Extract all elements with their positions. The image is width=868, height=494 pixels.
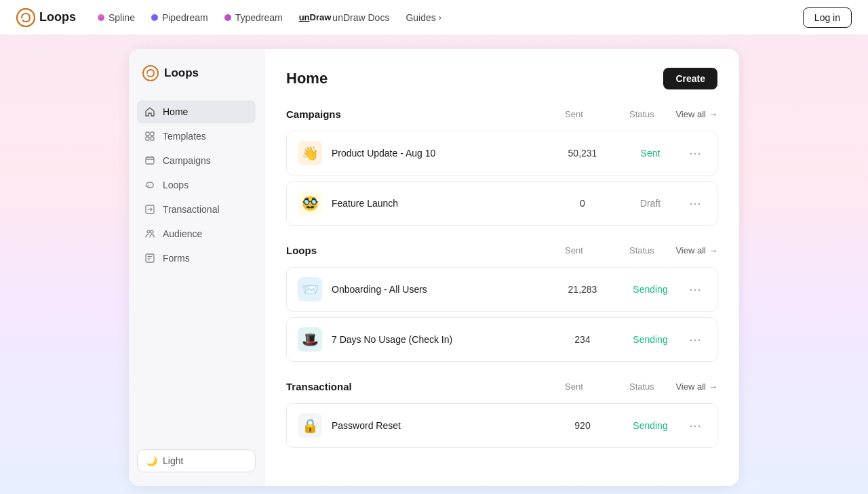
arrow-right-icon: → [709,382,717,392]
svg-rect-6 [146,157,154,164]
campaigns-col-status: Status [608,109,675,119]
topnav-spline[interactable]: Spline [98,12,135,23]
table-row: 🎩 7 Days No Usage (Check In) 234 Sending… [286,317,717,362]
sidebar-bottom: 🌙 Light [137,441,256,472]
topnav-links: Spline Pipedream Typedream unDraw unDraw… [98,12,803,23]
row-menu-button[interactable]: ⋯ [684,146,706,161]
campaigns-icon [144,155,156,167]
row-status: Draft [616,198,684,209]
forms-icon [144,252,156,264]
transactional-section-title: Transactional [286,381,352,392]
campaigns-col-sent: Sent [540,109,608,119]
sidebar-item-campaigns[interactable]: Campaigns [137,149,256,172]
sidebar-item-audience[interactable]: Audience [137,222,256,245]
loops-view-all[interactable]: View all → [675,245,717,255]
topnav-typedream[interactable]: Typedream [224,12,283,23]
transactional-view-all[interactable]: View all → [675,382,717,392]
loops-col-sent: Sent [540,245,608,255]
row-status: Sending [616,420,684,431]
transactional-col-status: Status [608,382,675,392]
svg-point-9 [151,230,153,233]
main-wrapper: Loops Home [0,0,868,494]
row-menu-button[interactable]: ⋯ [684,196,706,211]
table-row: 🔒 Password Reset 920 Sending ⋯ [286,403,717,448]
campaigns-section-title: Campaigns [286,108,341,120]
row-emoji-icon: 👋 [298,141,322,165]
row-emoji-icon: 🎩 [298,327,322,352]
row-emoji-icon: 🥸 [298,191,322,215]
row-status: Sending [616,334,684,345]
row-menu-button[interactable]: ⋯ [684,332,706,347]
sidebar-logo: Loops [137,62,256,84]
light-mode-button[interactable]: 🌙 Light [137,449,256,472]
chevron-right-icon: › [439,13,441,22]
sidebar-item-home[interactable]: Home [137,100,256,123]
arrow-right-icon: → [709,109,717,119]
campaigns-section: Campaigns Sent Status View all → 👋 Produ… [286,108,717,226]
campaigns-view-all[interactable]: View all → [675,109,717,119]
spline-dot-icon [98,14,104,21]
page-title: Home [286,70,328,87]
main-header: Home Create [286,68,717,89]
main-content: Home Create Campaigns Sent Status View a… [264,49,739,486]
row-sent: 920 [549,420,616,431]
svg-point-1 [143,66,158,81]
row-emoji-icon: 🔒 [298,413,322,438]
transactional-icon [144,203,156,215]
row-status: Sending [616,284,684,295]
sidebar-item-transactional[interactable]: Transactional [137,198,256,221]
loops-col-status: Status [608,245,675,255]
topnav-guides[interactable]: Guides › [406,12,441,23]
sidebar: Loops Home [129,49,264,486]
top-navigation: Loops Spline Pipedream Typedream unDraw … [0,0,868,35]
table-row: 📨 Onboarding - All Users 21,283 Sending … [286,267,717,312]
typedream-dot-icon [224,14,231,21]
topnav-pipedream[interactable]: Pipedream [151,12,208,23]
moon-icon: 🌙 [146,455,157,466]
loops-section-header: Loops Sent Status View all → [286,245,717,259]
login-button[interactable]: Log in [803,7,852,28]
sidebar-nav: Home Templates [137,100,256,441]
sidebar-item-templates[interactable]: Templates [137,125,256,148]
sidebar-logo-icon [142,65,159,81]
topnav-undraw[interactable]: unDraw unDraw Docs [299,12,390,23]
row-sent: 50,231 [549,148,616,159]
loops-section-title: Loops [286,245,317,256]
sidebar-item-loops[interactable]: Loops [137,173,256,197]
row-name: 7 Days No Usage (Check In) [332,334,549,345]
topnav-right: Log in [803,7,852,28]
app-container: Loops Home [129,49,739,486]
row-menu-button[interactable]: ⋯ [684,418,706,433]
table-row: 🥸 Feature Launch 0 Draft ⋯ [286,181,717,226]
loops-icon [144,179,156,191]
svg-point-8 [147,230,150,233]
svg-rect-5 [151,137,154,140]
row-name: Feature Launch [332,198,549,209]
table-row: 👋 Product Update - Aug 10 50,231 Sent ⋯ [286,131,717,176]
loops-section: Loops Sent Status View all → 📨 Onboardin… [286,245,717,362]
svg-rect-3 [151,132,154,136]
row-emoji-icon: 📨 [298,277,322,302]
arrow-right-icon: → [709,245,717,255]
pipedream-dot-icon [151,14,158,21]
svg-point-0 [17,9,35,26]
sidebar-item-forms[interactable]: Forms [137,247,256,270]
create-button[interactable]: Create [663,68,717,89]
svg-rect-4 [146,137,149,140]
templates-icon [144,130,156,142]
home-icon [144,106,156,118]
transactional-section-header: Transactional Sent Status View all → [286,381,717,395]
row-name: Password Reset [332,420,549,431]
row-sent: 234 [549,334,616,345]
row-menu-button[interactable]: ⋯ [684,282,706,297]
transactional-col-sent: Sent [540,382,608,392]
topnav-logo[interactable]: Loops [16,8,76,27]
campaigns-section-header: Campaigns Sent Status View all → [286,108,717,123]
row-name: Onboarding - All Users [332,284,549,295]
loops-logo-icon [16,8,35,27]
row-sent: 21,283 [549,284,616,295]
audience-icon [144,228,156,240]
row-name: Product Update - Aug 10 [332,148,549,159]
transactional-section: Transactional Sent Status View all → 🔒 P… [286,381,717,448]
row-status: Sent [616,148,684,159]
